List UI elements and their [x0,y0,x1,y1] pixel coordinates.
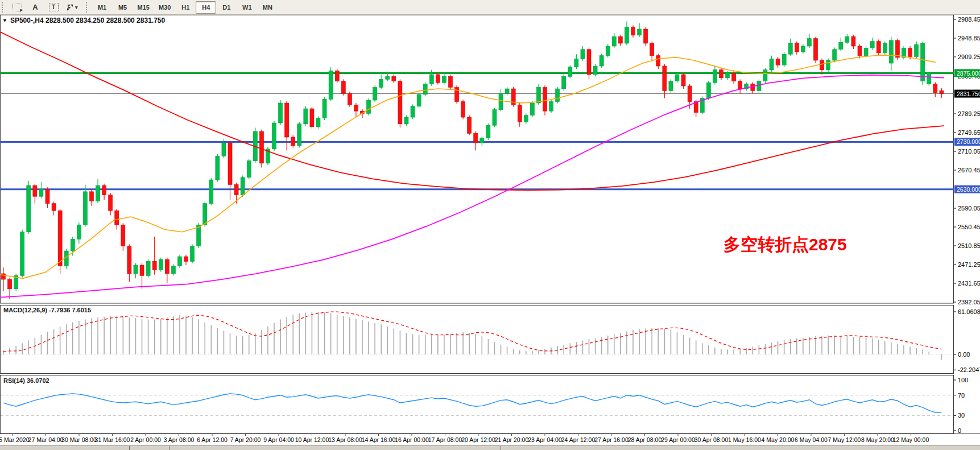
candle-body [499,93,503,109]
shapes-arrows-icon[interactable]: ▾ [63,1,81,14]
candle-body [864,48,868,55]
candle-body [826,60,830,70]
price-tick-label: 2431.650 [958,280,980,287]
timeframe-button-M1[interactable]: M1 [92,1,113,14]
candle-body [474,133,478,143]
candle-body [757,81,761,91]
timeframe-button-D1[interactable]: D1 [216,1,237,14]
candle-body [121,225,125,246]
timeframe-button-H1[interactable]: H1 [175,1,196,14]
candle-body [795,43,799,52]
candle-body [379,79,383,87]
timeframe-button-M5[interactable]: M5 [113,1,133,14]
candle-body [908,48,912,56]
chart-dropdown-icon[interactable]: ▼ [2,18,7,23]
time-tick-label: 2 Apr 00:00 [130,436,161,443]
candle-body [442,76,446,82]
timeframe-button-M15[interactable]: M15 [133,1,154,14]
candle-body [448,76,452,87]
candle-body [556,89,560,102]
timeframe-button-M30[interactable]: M30 [154,1,175,14]
candle-body [719,70,723,78]
candle-body [656,56,660,66]
candle-body [33,185,37,196]
candle-body [348,93,352,105]
time-tick-label: 16 Apr 00:00 [395,436,429,443]
indicator-grid-icon[interactable]: F [8,1,26,14]
rsi-plot-area[interactable] [1,375,954,434]
candle-body [404,117,408,124]
candle-body [669,81,673,91]
chart-header[interactable]: ▼SP500-,H4 2828.500 2834.250 2828.500 28… [2,16,165,24]
candle-body [726,73,730,78]
candle-body [618,36,622,43]
candle-body [152,261,156,270]
candle-body [681,75,685,86]
price-badge-label: 2875.000 [957,70,980,77]
time-tick-label: 4 May 20:00 [762,436,795,443]
time-tick-label: 14 Apr 16:00 [362,436,396,443]
candle-body [814,39,818,60]
ma-line-red [0,32,944,190]
price-tick-label: 2510.850 [958,242,980,249]
candle-body [341,81,345,94]
candle-body [568,67,572,77]
candle-body [675,75,679,81]
time-tick-label: 29 Apr 00:00 [661,436,695,443]
toolbar-drag-handle[interactable] [2,2,5,13]
time-tick-label: 1 May 16:00 [728,436,761,443]
candle-body [279,103,283,123]
candle-body [889,40,893,63]
candle-body [171,266,175,274]
candle-body [228,143,232,184]
time-tick-label: 28 Apr 08:00 [628,436,662,443]
candle-body [915,45,919,57]
candle-body [39,189,43,197]
candle-body [599,56,603,66]
candle-body [732,73,736,81]
tab-separator [169,446,169,450]
timeframe-button-H4[interactable]: H4 [196,1,216,14]
candle-body [587,49,591,75]
chart-tabs-strip[interactable] [0,445,980,450]
price-tick-label: 2749.650 [958,129,980,136]
candle-body [423,84,427,94]
candle-body [386,76,390,79]
time-tick-label: 27 Mar 04:00 [28,436,64,443]
candle-body [165,259,169,274]
rsi-line [3,394,941,412]
text-label-icon[interactable]: A [26,1,44,14]
candle-body [713,70,717,83]
candle-body [820,60,824,70]
candle-body [102,185,106,195]
price-tick-label: 2471.250 [958,261,980,268]
candle-body [146,261,150,275]
time-tick-label: 25 Mar 2020 [0,436,30,443]
arrows-glyph [66,3,74,11]
candle-body [486,125,490,138]
timeframe-button-W1[interactable]: W1 [237,1,257,14]
candle-body [398,81,402,124]
candle-body [83,192,87,225]
candle-body [392,76,396,81]
price-tick-label: 2789.250 [958,110,980,117]
chart-canvas[interactable]: 2988.4502948.8502909.2502868.4502789.250… [0,0,980,450]
candle-body [638,29,642,35]
time-tick-label: 9 Apr 04:00 [263,436,294,443]
candle-body [27,185,31,232]
candle-body [870,42,874,48]
candle-body [581,49,585,59]
candle-body [524,115,528,122]
time-tick-label: 23 Apr 04:00 [528,436,562,443]
timeframe-button-MN[interactable]: MN [257,1,278,14]
candle-body [763,70,767,81]
time-tick-label: 3 Apr 08:00 [164,436,195,443]
time-tick-label: 31 Mar 16:00 [95,436,130,443]
candle-body [177,257,181,266]
time-tick-label: 6 Apr 12:00 [197,436,228,443]
main-plot-area[interactable] [1,15,954,304]
candle-body [562,76,566,89]
timeframe-group-handle[interactable] [86,2,89,13]
text-box-icon[interactable]: T [44,1,63,14]
macd-plot-area[interactable] [1,305,954,374]
